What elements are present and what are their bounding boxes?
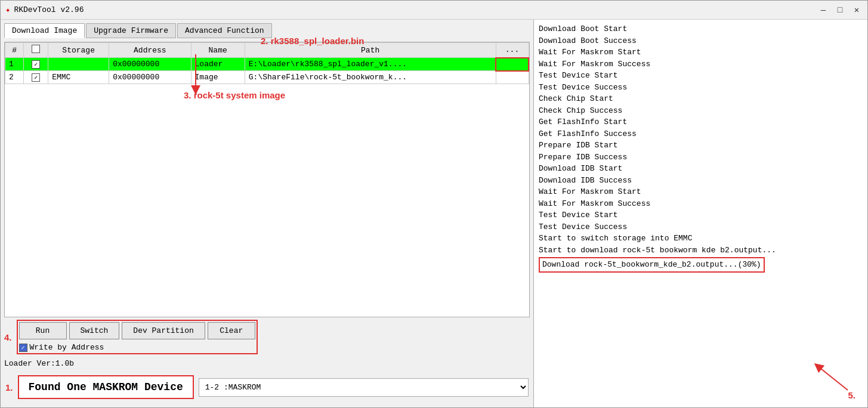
col-action: ... — [496, 43, 529, 58]
log-line: Test Device Success — [539, 82, 863, 94]
bottom-controls: 4. Run Switch Dev Partition Clear ✓ Writ… — [4, 317, 530, 404]
log-line: Test Device Start — [539, 70, 863, 82]
log-container: Download Boot StartDownload Boot Success… — [539, 23, 863, 273]
annotation-2: 2. rk3588_spl_loader.bin — [261, 36, 364, 46]
log-line: Test Device Success — [539, 221, 863, 233]
row1-checkbox[interactable]: ✓ — [32, 60, 40, 69]
log-line: Wait For Maskrom Success — [539, 198, 863, 210]
close-button[interactable]: ✕ — [851, 4, 863, 16]
write-by-address-label: Write by Address — [30, 343, 104, 352]
annotation-3: 3. rock-5t system image — [184, 90, 285, 100]
row2-num: 2 — [5, 71, 24, 84]
log-highlight: Download rock-5t_bookworm_kde_b2.output.… — [539, 257, 765, 273]
select-all-checkbox[interactable] — [32, 45, 40, 53]
device-select[interactable]: 1-2 :MASKROM — [199, 378, 529, 397]
device-status-label: Found One MASKROM Device — [18, 375, 194, 399]
row1-storage — [48, 58, 109, 71]
row2-checkbox-cell: ✓ — [24, 71, 48, 84]
log-line: Check Chip Success — [539, 105, 863, 117]
main-window: ✦ RKDevTool v2.96 — □ ✕ Download Image U… — [0, 0, 868, 408]
log-line: Download Boot Success — [539, 35, 863, 47]
app-icon: ✦ — [5, 5, 10, 15]
write-by-address-row: ✓ Write by Address — [19, 343, 255, 352]
row1-browse[interactable] — [496, 58, 529, 71]
log-line: Download IDB Success — [539, 175, 863, 187]
log-line: Wait For Maskrom Success — [539, 58, 863, 70]
row2-checkbox[interactable]: ✓ — [32, 73, 40, 82]
annotation-1: 1. — [5, 382, 13, 392]
table-row: 1 ✓ 0x00000000 Loader E:\Loader\rk3588_s… — [5, 58, 529, 71]
file-table: # Storage Address Name Path ... — [4, 42, 530, 317]
col-check — [24, 43, 48, 58]
log-line: Get FlashInfo Success — [539, 128, 863, 140]
log-line: Download rock-5t_bookworm_kde_b2.output.… — [539, 256, 863, 273]
col-storage: Storage — [48, 43, 109, 58]
clear-button[interactable]: Clear — [208, 322, 255, 339]
tab-download-image[interactable]: Download Image — [4, 23, 85, 38]
tab-advanced-function[interactable]: Advanced Function — [177, 23, 272, 38]
arrow-3 — [172, 54, 220, 96]
minimize-button[interactable]: — — [817, 4, 829, 16]
left-panel: Download Image Upgrade Firmware Advanced… — [1, 20, 533, 407]
run-button[interactable]: Run — [19, 322, 67, 339]
row2-storage: EMMC — [48, 71, 109, 84]
switch-button[interactable]: Switch — [69, 322, 120, 339]
table-row: 2 ✓ EMMC 0x00000000 Image G:\ShareFile\r… — [5, 71, 529, 84]
annotation-4: 4. — [4, 332, 12, 342]
row2-browse[interactable] — [496, 71, 529, 84]
log-line: Download IDB Start — [539, 163, 863, 175]
log-line: Start to download rock-5t bookworm kde b… — [539, 245, 863, 256]
row1-path[interactable]: E:\Loader\rk3588_spl_loader_v1.... — [245, 58, 496, 71]
log-line: Test Device Start — [539, 209, 863, 221]
log-line: Download Boot Start — [539, 23, 863, 35]
log-line: Prepare IDB Start — [539, 140, 863, 152]
annotation-5: 5. — [848, 390, 855, 400]
button-row: 4. Run Switch Dev Partition Clear ✓ Writ… — [4, 320, 530, 354]
tab-upgrade-firmware[interactable]: Upgrade Firmware — [86, 23, 176, 38]
arrow-5 — [812, 360, 854, 396]
log-line: Get FlashInfo Start — [539, 116, 863, 128]
log-line: Wait For Maskrom Start — [539, 186, 863, 198]
log-line: Start to switch storage into EMMC — [539, 233, 863, 245]
log-line: Check Chip Start — [539, 93, 863, 105]
dev-partition-button[interactable]: Dev Partition — [122, 322, 205, 339]
title-bar: ✦ RKDevTool v2.96 — □ ✕ — [1, 1, 867, 20]
row1-num: 1 — [5, 58, 24, 71]
controls-highlight-box: Run Switch Dev Partition Clear ✓ Write b… — [17, 320, 258, 354]
row1-checkbox-cell: ✓ — [24, 58, 48, 71]
col-num: # — [5, 43, 24, 58]
log-line: Prepare IDB Success — [539, 152, 863, 163]
write-by-address-checkbox[interactable]: ✓ — [19, 344, 27, 352]
svg-line-2 — [818, 366, 848, 390]
status-bar: 1. Found One MASKROM Device 1-2 :MASKROM — [4, 373, 530, 401]
main-btn-row: Run Switch Dev Partition Clear — [19, 322, 255, 339]
log-line: Wait For Maskrom Start — [539, 47, 863, 58]
log-panel: Download Boot StartDownload Boot Success… — [533, 20, 867, 407]
row2-path[interactable]: G:\ShareFile\rock-5t_bookworm_k... — [245, 71, 496, 84]
maximize-button[interactable]: □ — [834, 4, 846, 16]
loader-version-label: Loader Ver:1.0b — [4, 357, 530, 370]
window-title: RKDevTool v2.96 — [14, 5, 84, 14]
